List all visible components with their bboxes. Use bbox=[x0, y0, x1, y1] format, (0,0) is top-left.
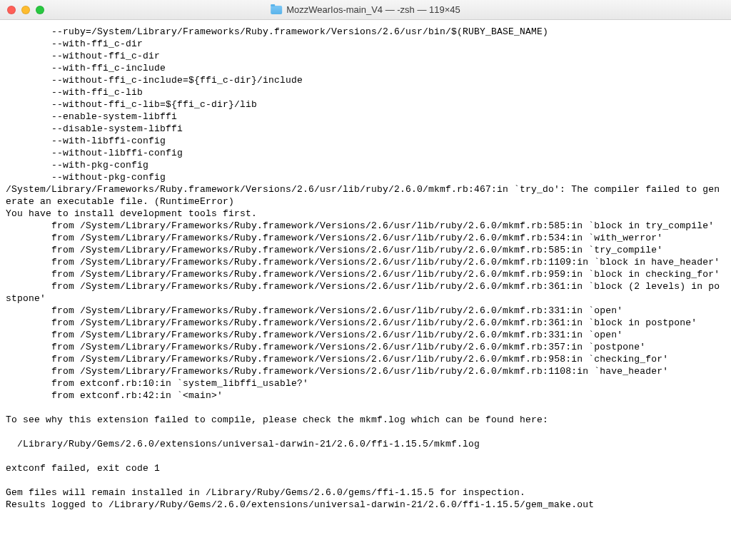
close-button[interactable] bbox=[7, 6, 16, 14]
window-title-container: MozzWearIos-main_V4 — -zsh — 119×45 bbox=[271, 4, 460, 15]
folder-icon bbox=[271, 6, 282, 14]
window-title: MozzWearIos-main_V4 — -zsh — 119×45 bbox=[286, 4, 460, 15]
traffic-lights bbox=[7, 6, 44, 14]
minimize-button[interactable] bbox=[21, 6, 30, 14]
window-titlebar[interactable]: MozzWearIos-main_V4 — -zsh — 119×45 bbox=[0, 0, 731, 20]
terminal-output[interactable]: --ruby=/System/Library/Frameworks/Ruby.f… bbox=[0, 20, 731, 516]
maximize-button[interactable] bbox=[36, 6, 44, 14]
